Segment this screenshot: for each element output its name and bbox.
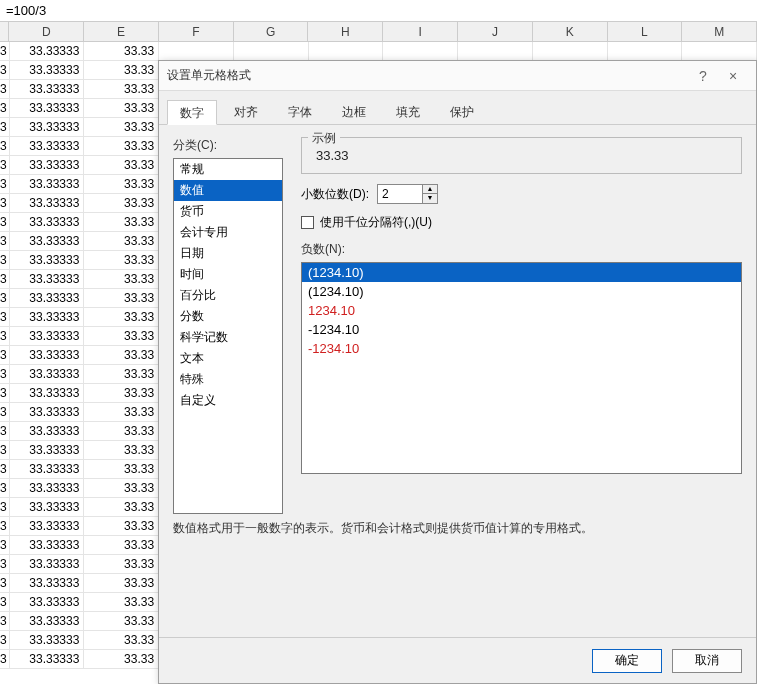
cell[interactable]: 33.33	[84, 194, 159, 212]
cell[interactable]	[682, 42, 757, 60]
cell-stub[interactable]: 3	[0, 365, 10, 383]
cell-stub[interactable]: 3	[0, 270, 10, 288]
spin-down-icon[interactable]: ▼	[423, 194, 437, 203]
cell[interactable]: 33.33	[84, 498, 159, 516]
cell[interactable]: 33.33	[84, 536, 159, 554]
cell[interactable]: 33.33	[84, 631, 159, 649]
category-item[interactable]: 时间	[174, 264, 282, 285]
cell[interactable]: 33.33333	[10, 80, 85, 98]
formula-bar[interactable]: =100/3	[0, 0, 757, 22]
tab-font[interactable]: 字体	[275, 99, 325, 124]
help-button[interactable]: ?	[688, 65, 718, 87]
cell-stub[interactable]: 3	[0, 441, 10, 459]
category-item[interactable]: 常规	[174, 159, 282, 180]
cell[interactable]: 33.33333	[10, 194, 85, 212]
cell-stub[interactable]: 3	[0, 99, 10, 117]
tab-fill[interactable]: 填充	[383, 99, 433, 124]
category-item[interactable]: 分数	[174, 306, 282, 327]
cell[interactable]: 33.33	[84, 61, 159, 79]
category-item[interactable]: 科学记数	[174, 327, 282, 348]
negative-item[interactable]: -1234.10	[302, 339, 741, 358]
cell[interactable]	[533, 42, 608, 60]
cell-stub[interactable]: 3	[0, 384, 10, 402]
cell[interactable]: 33.33333	[10, 555, 85, 573]
cell[interactable]: 33.33333	[10, 99, 85, 117]
tab-align[interactable]: 对齐	[221, 99, 271, 124]
cell[interactable]: 33.33	[84, 42, 159, 60]
cell[interactable]: 33.33	[84, 441, 159, 459]
category-item[interactable]: 货币	[174, 201, 282, 222]
cell-stub[interactable]: 3	[0, 536, 10, 554]
cell[interactable]: 33.33333	[10, 574, 85, 592]
decimal-spinner[interactable]: ▲ ▼	[377, 184, 438, 204]
cell[interactable]: 33.33	[84, 517, 159, 535]
cell[interactable]: 33.33	[84, 403, 159, 421]
cell-stub[interactable]: 3	[0, 650, 10, 668]
cell[interactable]: 33.33	[84, 289, 159, 307]
negative-item[interactable]: (1234.10)	[302, 263, 741, 282]
cell[interactable]: 33.33333	[10, 612, 85, 630]
thousands-checkbox[interactable]	[301, 216, 314, 229]
cell[interactable]: 33.33333	[10, 42, 85, 60]
cell[interactable]: 33.33	[84, 365, 159, 383]
cell[interactable]: 33.33333	[10, 327, 85, 345]
cell[interactable]: 33.33333	[10, 536, 85, 554]
cell[interactable]: 33.33333	[10, 498, 85, 516]
col-header[interactable]: L	[608, 22, 683, 41]
cell[interactable]: 33.33	[84, 422, 159, 440]
category-list[interactable]: 常规数值货币会计专用日期时间百分比分数科学记数文本特殊自定义	[173, 158, 283, 514]
cell[interactable]	[458, 42, 533, 60]
cell[interactable]: 33.33333	[10, 251, 85, 269]
cell[interactable]: 33.33	[84, 270, 159, 288]
cell-stub[interactable]: 3	[0, 194, 10, 212]
col-header[interactable]: K	[533, 22, 608, 41]
cell[interactable]: 33.33333	[10, 365, 85, 383]
cell[interactable]: 33.33333	[10, 517, 85, 535]
cell-stub[interactable]: 3	[0, 517, 10, 535]
cell[interactable]: 33.33333	[10, 270, 85, 288]
col-header[interactable]: I	[383, 22, 458, 41]
cell-stub[interactable]: 3	[0, 574, 10, 592]
cell[interactable]: 33.33	[84, 479, 159, 497]
decimal-input[interactable]	[378, 185, 422, 203]
col-header-stub[interactable]	[0, 22, 9, 41]
cell[interactable]	[309, 42, 384, 60]
cell[interactable]: 33.33333	[10, 175, 85, 193]
cell[interactable]	[159, 42, 234, 60]
cell-stub[interactable]: 3	[0, 251, 10, 269]
col-header[interactable]: E	[84, 22, 159, 41]
cell-stub[interactable]: 3	[0, 346, 10, 364]
cell[interactable]: 33.33	[84, 156, 159, 174]
cell[interactable]: 33.33333	[10, 479, 85, 497]
cell-stub[interactable]: 3	[0, 612, 10, 630]
cell-stub[interactable]: 3	[0, 156, 10, 174]
cell[interactable]: 33.33333	[10, 308, 85, 326]
spin-up-icon[interactable]: ▲	[423, 185, 437, 194]
cell[interactable]: 33.33333	[10, 346, 85, 364]
cell[interactable]: 33.33	[84, 232, 159, 250]
cell-stub[interactable]: 3	[0, 232, 10, 250]
cell[interactable]: 33.33	[84, 555, 159, 573]
tab-border[interactable]: 边框	[329, 99, 379, 124]
cell[interactable]: 33.33333	[10, 384, 85, 402]
cell[interactable]: 33.33	[84, 175, 159, 193]
cancel-button[interactable]: 取消	[672, 649, 742, 673]
cell-stub[interactable]: 3	[0, 631, 10, 649]
cell[interactable]: 33.33	[84, 460, 159, 478]
cell-stub[interactable]: 3	[0, 80, 10, 98]
cell-stub[interactable]: 3	[0, 555, 10, 573]
cell[interactable]: 33.33333	[10, 422, 85, 440]
negative-item[interactable]: -1234.10	[302, 320, 741, 339]
tab-number[interactable]: 数字	[167, 100, 217, 125]
col-header[interactable]: M	[682, 22, 757, 41]
category-item[interactable]: 百分比	[174, 285, 282, 306]
cell-stub[interactable]: 3	[0, 479, 10, 497]
negative-item[interactable]: 1234.10	[302, 301, 741, 320]
cell[interactable]: 33.33	[84, 251, 159, 269]
col-header[interactable]: H	[308, 22, 383, 41]
cell-stub[interactable]: 3	[0, 61, 10, 79]
cell-stub[interactable]: 3	[0, 42, 10, 60]
cell[interactable]	[383, 42, 458, 60]
cell-stub[interactable]: 3	[0, 213, 10, 231]
close-button[interactable]: ×	[718, 65, 748, 87]
